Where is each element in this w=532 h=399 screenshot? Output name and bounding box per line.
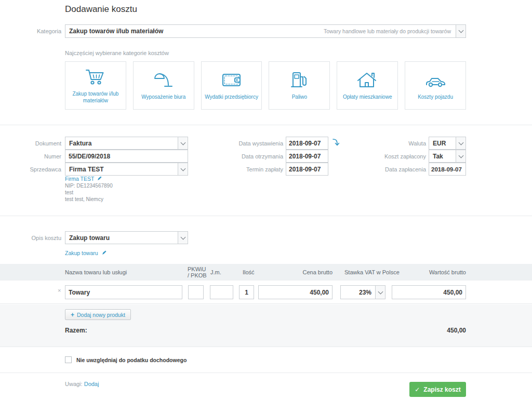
data-otrzymania-input[interactable]: [286, 150, 328, 163]
razem-label: Razem:: [65, 327, 87, 334]
header-nazwa: Nazwa towaru lub usługi: [65, 269, 127, 275]
plus-icon: +: [71, 311, 74, 318]
copy-dates-icon[interactable]: [332, 138, 339, 149]
product-cena-input[interactable]: [258, 285, 332, 299]
header-cena-brutto: Cena brutto: [303, 269, 332, 275]
divider: [0, 373, 532, 373]
chevron-down-icon[interactable]: [178, 232, 188, 244]
category-label: Kategoria: [4, 28, 61, 34]
income-tax-checkbox-label: Nie uwzględniaj do podatku dochodowego: [76, 357, 187, 363]
chevron-down-icon[interactable]: [456, 25, 466, 37]
seller-nip: NIP: DE1234567890: [65, 182, 113, 189]
sprzedawca-select-value: Firma TEST: [65, 166, 178, 173]
save-cost-button-label: Zapisz koszt: [423, 386, 460, 393]
uwagi-dodaj-link[interactable]: Dodaj: [84, 381, 99, 387]
add-product-button-label: Dodaj nowy produkt: [77, 312, 125, 318]
income-tax-checkbox[interactable]: [65, 356, 72, 363]
data-wystawienia-label: Data wystawienia: [226, 140, 283, 147]
seller-name-link[interactable]: Firma TEST: [65, 176, 94, 182]
opis-kosztu-select-value: Zakup towaru: [65, 234, 178, 242]
product-vat-select[interactable]: 23%: [340, 285, 385, 299]
car-icon: [424, 70, 447, 90]
add-cost-page: Dodawanie kosztu Kategoria Zakup towarów…: [0, 0, 532, 399]
header-stawka-vat: Stawka VAT w Polsce: [344, 269, 400, 275]
cart-icon: [84, 67, 107, 87]
termin-zaplaty-label: Termin zapłaty: [226, 166, 283, 172]
header-jm: J.m.: [210, 269, 221, 275]
category-card-label: Wydatki przedsiębiorcy: [205, 94, 258, 101]
category-card-paliwo[interactable]: Paliwo: [269, 61, 330, 110]
product-jm-input[interactable]: [210, 285, 233, 299]
category-card-label: Zakup towarów i/lub materiałów: [68, 90, 124, 104]
product-pkwiu-input[interactable]: [188, 285, 204, 299]
product-ilosc-input[interactable]: [239, 285, 254, 299]
category-card-label: Opłaty mieszkaniowe: [343, 94, 392, 101]
header-wartosc-brutto: Wartość brutto: [429, 269, 466, 275]
product-name-input[interactable]: [65, 285, 182, 299]
category-card-koszty-pojazdu[interactable]: Koszty pojazdu: [405, 61, 466, 110]
sprzedawca-label: Sprzedawca: [4, 166, 61, 172]
koszt-zaplacony-select-value: Tak: [429, 153, 456, 160]
sprzedawca-select[interactable]: Firma TEST: [65, 163, 188, 176]
termin-zaplaty-input[interactable]: [286, 163, 328, 176]
product-vat-value: 23%: [341, 289, 375, 296]
house-icon: [356, 70, 379, 90]
divider: [0, 125, 532, 125]
opis-kosztu-label: Opis kosztu: [4, 235, 61, 241]
numer-label: Numer: [4, 153, 61, 159]
fuel-pump-icon: [288, 70, 311, 90]
chevron-down-icon[interactable]: [178, 137, 188, 149]
waluta-select-value: EUR: [429, 140, 456, 147]
data-zaplacenia-label: Data zapłacenia: [369, 166, 426, 172]
opis-kosztu-link[interactable]: Zakup towaru: [65, 250, 98, 256]
header-pkwiu: PKWiU / PKOB: [188, 266, 207, 278]
lamp-icon: [152, 70, 175, 90]
remove-row-icon[interactable]: ×: [58, 287, 61, 294]
add-product-button[interactable]: + Dodaj nowy produkt: [65, 309, 131, 320]
save-cost-button[interactable]: ✓ Zapisz koszt: [409, 382, 466, 397]
category-card-label: Wyposażenie biura: [141, 94, 185, 101]
category-card-label: Paliwo: [292, 94, 307, 101]
category-card-wydatki-przedsiebiorcy[interactable]: Wydatki przedsiębiorcy: [201, 61, 262, 110]
check-icon: ✓: [415, 386, 420, 393]
category-card-oplaty-mieszkaniowe[interactable]: Opłaty mieszkaniowe: [337, 61, 398, 110]
data-zaplacenia-input[interactable]: [429, 163, 466, 176]
seller-address-line1: test: [65, 189, 113, 196]
wallet-icon: [220, 70, 243, 90]
data-wystawienia-input[interactable]: [286, 137, 328, 150]
chevron-down-icon[interactable]: [456, 150, 466, 162]
seller-address-line2: test test, Niemcy: [65, 196, 113, 203]
quick-categories: Zakup towarów i/lub materiałów Wyposażen…: [65, 61, 466, 110]
waluta-select[interactable]: EUR: [429, 137, 466, 150]
product-wartosc-input[interactable]: [392, 285, 466, 299]
edit-pencil-icon[interactable]: [102, 250, 107, 255]
category-select-value: Zakup towarów i/lub materiałów: [65, 28, 324, 35]
category-card-label: Koszty pojazdu: [418, 94, 453, 101]
edit-pencil-icon[interactable]: [97, 176, 102, 181]
category-select[interactable]: Zakup towarów i/lub materiałów Towary ha…: [65, 24, 466, 38]
category-card-zakup-towarow[interactable]: Zakup towarów i/lub materiałów: [65, 61, 126, 110]
razem-value: 450,00: [447, 327, 466, 334]
category-card-wyposazenie-biura[interactable]: Wyposażenie biura: [133, 61, 194, 110]
uwagi-label: Uwagi:: [65, 381, 83, 387]
quick-categories-label: Najczęściej wybierane kategorie kosztów: [65, 50, 169, 56]
dokument-label: Dokument: [4, 140, 61, 147]
category-select-hint: Towary handlowe lub materiały do produkc…: [324, 28, 456, 34]
data-otrzymania-label: Data otrzymania: [226, 153, 283, 159]
waluta-label: Waluta: [369, 140, 426, 147]
koszt-zaplacony-label: Koszt zapłacony: [369, 153, 426, 159]
header-ilosc: Ilość: [243, 269, 255, 275]
koszt-zaplacony-select[interactable]: Tak: [429, 150, 466, 163]
chevron-down-icon[interactable]: [456, 137, 466, 149]
dokument-select-value: Faktura: [65, 140, 178, 147]
opis-kosztu-select[interactable]: Zakup towaru: [65, 231, 188, 244]
chevron-down-icon[interactable]: [178, 163, 188, 175]
page-title: Dodawanie kosztu: [65, 4, 137, 15]
product-row: × 23%: [0, 281, 532, 304]
seller-details: Firma TEST NIP: DE1234567890 test test t…: [65, 176, 113, 203]
products-summary-band: + Dodaj nowy produkt Razem: 450,00: [0, 304, 532, 347]
divider: [0, 216, 532, 216]
dokument-select[interactable]: Faktura: [65, 137, 188, 150]
chevron-down-icon[interactable]: [375, 286, 385, 299]
numer-input[interactable]: [65, 150, 188, 163]
